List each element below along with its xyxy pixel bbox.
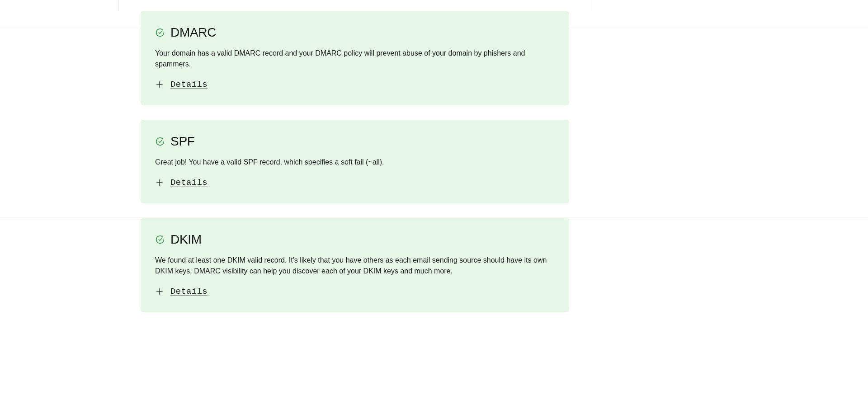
- plus-icon: [155, 80, 164, 89]
- card-description: Great job! You have a valid SPF record, …: [155, 157, 555, 168]
- card-header: DKIM: [155, 232, 555, 247]
- check-circle-icon: [155, 235, 165, 245]
- plus-icon: [155, 287, 164, 296]
- card-description: We found at least one DKIM valid record.…: [155, 255, 555, 277]
- content-container: DMARC Your domain has a valid DMARC reco…: [118, 0, 591, 11]
- check-circle-icon: [155, 136, 165, 146]
- details-toggle-button[interactable]: Details: [155, 178, 208, 188]
- card-header: DMARC: [155, 25, 555, 40]
- card-dkim: DKIM We found at least one DKIM valid re…: [141, 218, 569, 312]
- card-header: SPF: [155, 134, 555, 149]
- card-dmarc: DMARC Your domain has a valid DMARC reco…: [141, 11, 569, 105]
- details-toggle-button[interactable]: Details: [155, 80, 208, 89]
- card-description: Your domain has a valid DMARC record and…: [155, 48, 555, 70]
- horizontal-divider: [0, 217, 868, 217]
- card-title: DKIM: [170, 232, 202, 247]
- check-circle-icon: [155, 28, 165, 38]
- card-title: DMARC: [170, 25, 216, 40]
- details-label: Details: [170, 287, 208, 296]
- card-title: SPF: [170, 134, 195, 149]
- details-label: Details: [170, 80, 208, 89]
- details-toggle-button[interactable]: Details: [155, 287, 208, 296]
- plus-icon: [155, 178, 164, 187]
- details-label: Details: [170, 178, 208, 188]
- card-spf: SPF Great job! You have a valid SPF reco…: [141, 120, 569, 203]
